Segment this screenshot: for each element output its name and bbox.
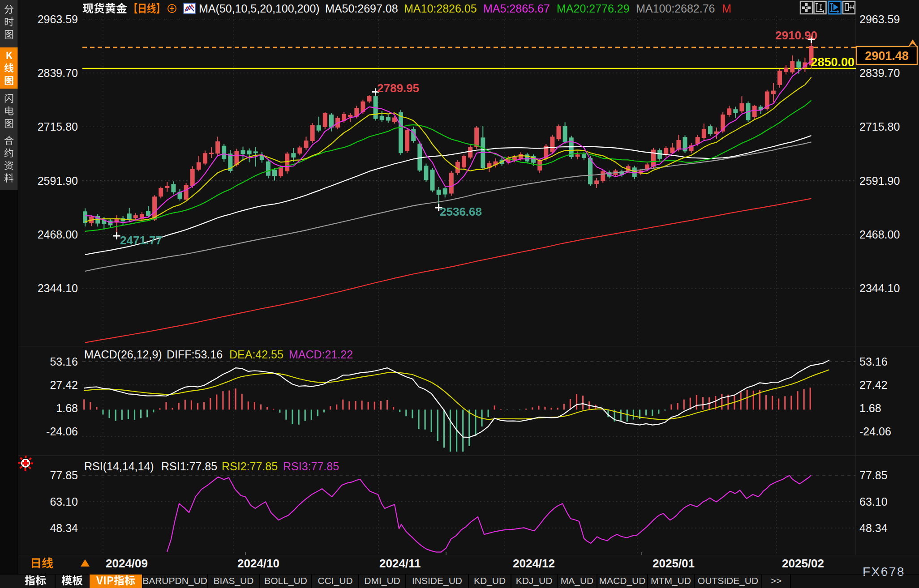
svg-text:BARUPDN_UD: BARUPDN_UD: [142, 575, 207, 586]
svg-text:2468.00: 2468.00: [38, 228, 78, 241]
svg-text:2024/10: 2024/10: [237, 557, 279, 570]
svg-text:MTM_UD: MTM_UD: [651, 575, 691, 586]
svg-text:MA(50,10,5,20,100,200): MA(50,10,5,20,100,200): [199, 2, 320, 15]
svg-text:2024/12: 2024/12: [513, 557, 555, 570]
svg-text:1.68: 1.68: [56, 402, 78, 414]
svg-text:77.85: 77.85: [859, 469, 888, 481]
svg-text:2468.00: 2468.00: [859, 228, 900, 241]
svg-text:MA10:2826.05: MA10:2826.05: [404, 2, 477, 15]
svg-text:MA20:2776.29: MA20:2776.29: [557, 2, 630, 15]
svg-text:2789.95: 2789.95: [377, 81, 419, 95]
svg-text:2591.90: 2591.90: [38, 175, 78, 187]
svg-text:2024/09: 2024/09: [106, 557, 148, 570]
svg-text:OUTSIDE_UD: OUTSIDE_UD: [698, 575, 758, 586]
svg-text:1.68: 1.68: [859, 402, 881, 414]
svg-text:MA50:2697.08: MA50:2697.08: [325, 2, 398, 15]
svg-text:2839.70: 2839.70: [859, 67, 900, 79]
svg-text:2715.80: 2715.80: [859, 120, 900, 133]
svg-text:MA5:2865.67: MA5:2865.67: [483, 2, 550, 15]
svg-text:DMI_UD: DMI_UD: [364, 575, 400, 586]
svg-text:RSI1:77.85: RSI1:77.85: [161, 460, 217, 473]
svg-text:2963.59: 2963.59: [859, 13, 900, 26]
svg-text:KDJ_UD: KDJ_UD: [516, 575, 553, 586]
svg-text:BOLL_UD: BOLL_UD: [264, 575, 307, 586]
svg-text:DEA:42.55: DEA:42.55: [229, 348, 283, 361]
svg-text:2963.59: 2963.59: [38, 13, 78, 26]
svg-text:2850.00: 2850.00: [811, 55, 855, 69]
svg-text:2344.10: 2344.10: [38, 282, 78, 294]
svg-text:27.42: 27.42: [50, 379, 78, 391]
svg-text:MA100:2682.76: MA100:2682.76: [636, 2, 715, 15]
svg-text:RSI2:77.85: RSI2:77.85: [222, 460, 278, 473]
svg-text:-24.06: -24.06: [859, 425, 891, 438]
svg-text:63.10: 63.10: [50, 495, 78, 508]
svg-text:RSI3:77.85: RSI3:77.85: [283, 460, 339, 473]
svg-text:MACD:21.22: MACD:21.22: [289, 348, 353, 361]
svg-text:-24.06: -24.06: [46, 425, 78, 438]
svg-text:MACD(26,12,9): MACD(26,12,9): [84, 348, 162, 361]
svg-text:2839.70: 2839.70: [38, 67, 78, 79]
svg-text:53.16: 53.16: [859, 355, 888, 368]
svg-text:2591.90: 2591.90: [859, 175, 900, 187]
svg-text:M: M: [722, 2, 731, 15]
svg-text:2025/01: 2025/01: [653, 557, 695, 570]
svg-text:2715.80: 2715.80: [38, 120, 78, 133]
svg-text:2910.90: 2910.90: [775, 29, 817, 42]
svg-text:48.34: 48.34: [50, 522, 78, 534]
svg-text:RSI(14,14,14): RSI(14,14,14): [84, 460, 154, 473]
svg-text:2025/02: 2025/02: [782, 557, 824, 570]
svg-text:BIAS_UD: BIAS_UD: [214, 575, 254, 586]
svg-text:77.85: 77.85: [50, 469, 78, 481]
svg-text:2024/11: 2024/11: [379, 557, 421, 570]
svg-text:FX678: FX678: [863, 565, 905, 579]
svg-text:48.34: 48.34: [859, 522, 888, 534]
svg-text:2344.10: 2344.10: [859, 282, 900, 294]
svg-text:KD_UD: KD_UD: [474, 575, 506, 586]
svg-text:>>: >>: [771, 575, 782, 586]
svg-text:27.42: 27.42: [859, 379, 888, 391]
svg-text:53.16: 53.16: [50, 355, 78, 368]
svg-text:INSIDE_UD: INSIDE_UD: [412, 575, 462, 586]
svg-text:2901.48: 2901.48: [865, 49, 909, 63]
svg-text:CCI_UD: CCI_UD: [318, 575, 352, 586]
svg-text:2471.77: 2471.77: [120, 234, 162, 247]
svg-text:2536.68: 2536.68: [440, 205, 482, 218]
svg-text:MACD_UD: MACD_UD: [599, 575, 646, 586]
svg-text:DIFF:53.16: DIFF:53.16: [167, 348, 223, 361]
svg-text:63.10: 63.10: [859, 495, 888, 508]
svg-text:MA_UD: MA_UD: [561, 575, 594, 586]
